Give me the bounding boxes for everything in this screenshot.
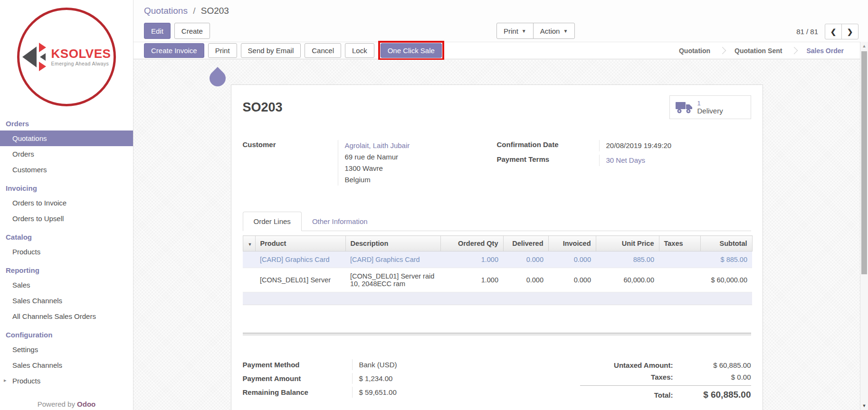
send-by-email-button[interactable]: Send by Email	[241, 43, 301, 58]
column-header-delivered[interactable]: Delivered	[503, 236, 548, 252]
status-step-quotation-sent[interactable]: Quotation Sent	[725, 47, 792, 55]
record-pager: 81 / 81 ❮ ❯	[796, 24, 858, 39]
expand-arrow-icon[interactable]: ▸	[4, 377, 7, 383]
create-button[interactable]: Create	[174, 23, 210, 39]
scroll-down-icon[interactable]: ▼	[860, 403, 868, 408]
order-title: SO203	[243, 100, 283, 115]
payment-method-value: Bank (USD)	[352, 359, 397, 370]
customer-address-line: 1300 Wavre	[345, 163, 410, 174]
cell-product[interactable]: [CARD] Graphics Card	[255, 252, 345, 268]
sidebar-item-customers[interactable]: Customers	[0, 162, 133, 177]
sidebar-item-config-products[interactable]: ▸ Products	[0, 373, 133, 389]
cell-delivered[interactable]: 0.000	[503, 252, 548, 268]
sidebar-section-catalog: Catalog	[0, 226, 133, 244]
totals-summary: Untaxed Amount: $ 60,885.00 Taxes: $ 0.0…	[580, 359, 751, 402]
order-line-row[interactable]: [CARD] Graphics Card [CARD] Graphics Car…	[243, 252, 752, 268]
cell-invoiced[interactable]: 0.000	[548, 268, 596, 292]
sidebar-section-invoicing: Invoicing	[0, 177, 133, 195]
untaxed-amount-label: Untaxed Amount:	[580, 361, 685, 369]
customer-field-group: Customer Agrolait, Laith Jubair 69 rue d…	[243, 140, 497, 189]
cell-product[interactable]: [CONS_DEL01] Server	[255, 268, 345, 292]
company-logo: KSOLVES Emerging Ahead Always	[17, 8, 116, 106]
empty-line-row[interactable]	[243, 292, 752, 305]
column-header-ordered-qty[interactable]: Ordered Qty	[440, 236, 503, 252]
logo-mark-icon	[39, 43, 46, 71]
column-header-subtotal[interactable]: Subtotal	[700, 236, 752, 252]
customer-address-line: 69 rue de Namur	[345, 151, 410, 163]
sidebar-item-sales-channels[interactable]: Sales Channels	[0, 293, 133, 308]
cell-subtotal[interactable]: $ 60,000.00	[700, 268, 752, 292]
cell-description[interactable]: [CONS_DEL01] Server raid 10, 2048ECC ram	[345, 268, 440, 292]
cell-taxes[interactable]	[659, 268, 700, 292]
delivery-label: Delivery	[697, 107, 723, 115]
chevron-right-icon: ❯	[847, 28, 853, 36]
list-toggle-header[interactable]: ▼	[243, 236, 255, 252]
pager-count: 81 / 81	[796, 28, 818, 36]
sidebar-item-orders-to-invoice[interactable]: Orders to Invoice	[0, 195, 133, 211]
form-sheet: SO203 1 Delivery	[231, 84, 763, 410]
control-panel: Quotations / SO203 Edit Create Print ▼ A…	[134, 0, 868, 42]
cell-invoiced[interactable]: 0.000	[548, 252, 596, 268]
one-click-sale-button[interactable]: One Click Sale	[381, 43, 442, 58]
order-lines-table: ▼ Product Description Ordered Qty Delive…	[243, 235, 753, 305]
column-header-product[interactable]: Product	[255, 236, 345, 252]
form-view-background: SO203 1 Delivery	[134, 60, 860, 410]
column-header-description[interactable]: Description	[345, 236, 440, 252]
print-button[interactable]: Print	[208, 43, 237, 58]
vertical-scrollbar[interactable]: ▲ ▼	[860, 42, 868, 410]
cell-ordered-qty[interactable]: 1.000	[440, 252, 503, 268]
tab-other-information[interactable]: Other Information	[302, 212, 378, 231]
delivery-stat-button[interactable]: 1 Delivery	[669, 95, 751, 119]
remaining-balance-value: $ 59,651.00	[352, 387, 397, 398]
cell-unit-price[interactable]: 885.00	[596, 252, 659, 268]
print-dropdown-button[interactable]: Print ▼	[496, 23, 534, 39]
status-steps: Quotation Quotation Sent Sales Order	[669, 47, 860, 55]
cell-ordered-qty[interactable]: 1.000	[440, 268, 503, 292]
cursor-drop-marker	[206, 67, 229, 90]
cell-delivered[interactable]: 0.000	[503, 268, 548, 292]
sidebar-item-products[interactable]: Products	[0, 244, 133, 260]
untaxed-amount-value: $ 60,885.00	[685, 361, 751, 369]
cell-taxes[interactable]	[659, 252, 700, 268]
sidebar-item-all-channels-sales-orders[interactable]: All Channels Sales Orders	[0, 308, 133, 324]
pager-next-button[interactable]: ❯	[841, 24, 858, 39]
sidebar-section-configuration: Configuration	[0, 324, 133, 342]
order-line-row[interactable]: [CONS_DEL01] Server [CONS_DEL01] Server …	[243, 268, 752, 292]
column-header-invoiced[interactable]: Invoiced	[548, 236, 596, 252]
payment-terms-link[interactable]: 30 Net Days	[606, 156, 646, 164]
breadcrumb-quotations-link[interactable]: Quotations	[144, 6, 188, 16]
payment-terms-value: 30 Net Days	[599, 155, 646, 166]
customer-value: Agrolait, Laith Jubair 69 rue de Namur 1…	[338, 140, 410, 186]
cell-subtotal[interactable]: $ 885.00	[700, 252, 752, 268]
sidebar-item-sales[interactable]: Sales	[0, 277, 133, 293]
column-header-unit-price[interactable]: Unit Price	[596, 236, 659, 252]
payment-amount-label: Payment Amount	[243, 373, 352, 384]
sidebar-item-quotations[interactable]: Quotations	[0, 130, 133, 146]
pager-previous-button[interactable]: ❮	[825, 24, 842, 39]
status-step-sales-order[interactable]: Sales Order	[797, 47, 853, 55]
scroll-up-icon[interactable]: ▲	[860, 44, 868, 48]
scrollbar-thumb[interactable]	[861, 51, 867, 274]
lock-button[interactable]: Lock	[345, 43, 374, 58]
cell-unit-price[interactable]: 60,000.00	[596, 268, 659, 292]
customer-link[interactable]: Agrolait, Laith Jubair	[345, 140, 410, 151]
action-dropdown-button[interactable]: Action ▼	[533, 23, 575, 39]
edit-button[interactable]: Edit	[144, 23, 171, 39]
notebook-tabs: Order Lines Other Information	[243, 212, 751, 231]
sidebar-item-orders-to-upsell[interactable]: Orders to Upsell	[0, 211, 133, 226]
odoo-brand-link[interactable]: Odoo	[77, 400, 95, 408]
status-step-quotation[interactable]: Quotation	[669, 47, 720, 55]
create-invoice-button[interactable]: Create Invoice	[144, 43, 204, 58]
cell-description[interactable]: [CARD] Graphics Card	[345, 252, 440, 268]
sidebar-item-config-sales-channels[interactable]: Sales Channels	[0, 357, 133, 373]
payment-amount-value: $ 1,234.00	[352, 373, 393, 384]
sidebar-item-settings[interactable]: Settings	[0, 342, 133, 357]
cancel-button[interactable]: Cancel	[305, 43, 341, 58]
remaining-balance-label: Remaining Balance	[243, 387, 352, 398]
column-header-taxes[interactable]: Taxes	[659, 236, 700, 252]
highlight-annotation-box: One Click Sale	[378, 41, 444, 60]
sidebar-item-orders[interactable]: Orders	[0, 146, 133, 162]
table-header-row: ▼ Product Description Ordered Qty Delive…	[243, 236, 752, 252]
delivery-count: 1	[697, 100, 723, 107]
tab-order-lines[interactable]: Order Lines	[243, 212, 302, 231]
